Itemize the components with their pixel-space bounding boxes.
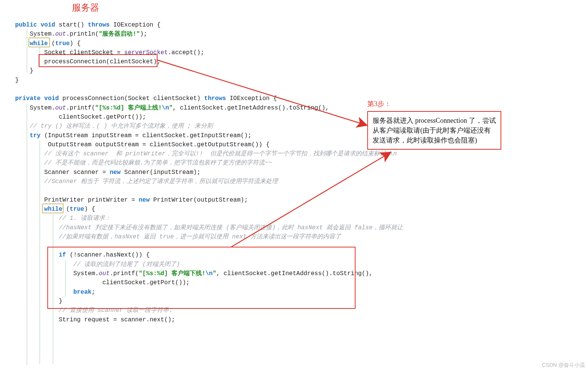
highlight-while2 bbox=[42, 204, 64, 213]
callout-box: 服务器就进入 processConnection 了，尝试从客户端读取请(由于此… bbox=[367, 111, 501, 150]
highlight-while bbox=[28, 38, 50, 47]
watermark: CSDN @奋斗小温 bbox=[542, 362, 585, 369]
highlight-process-call bbox=[39, 54, 158, 67]
step-label: 第3步： bbox=[367, 99, 391, 108]
page-title: 服务器 bbox=[72, 2, 99, 14]
highlight-if-block bbox=[47, 247, 356, 309]
